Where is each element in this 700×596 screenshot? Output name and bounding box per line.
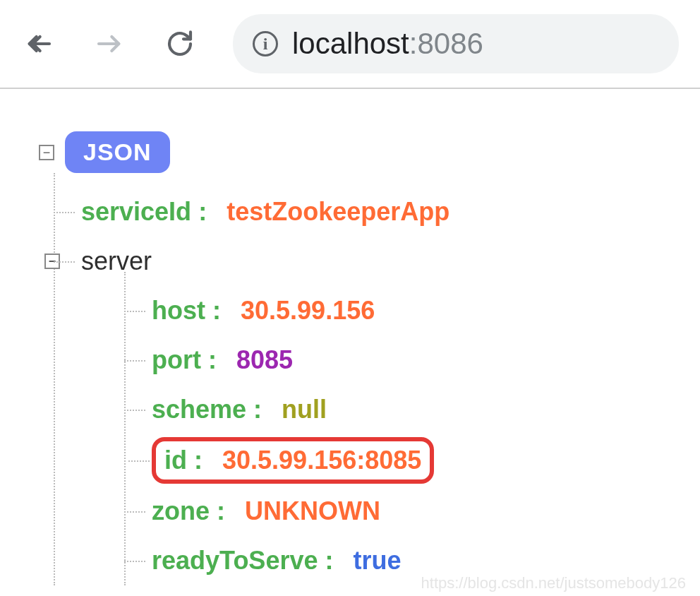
tree-level-2: host : 30.5.99.156 port : 8085 scheme : … xyxy=(152,286,679,585)
scheme-key: scheme : xyxy=(152,395,274,424)
port-row[interactable]: port : 8085 xyxy=(152,335,679,385)
arrow-right-icon xyxy=(95,30,123,58)
host-key: host : xyxy=(152,296,234,326)
port-key: port : xyxy=(152,345,229,375)
id-value: 30.5.99.156:8085 xyxy=(222,446,421,475)
id-row-highlighted[interactable]: id : 30.5.99.156:8085 xyxy=(152,437,434,484)
address-bar[interactable]: i localhost:8086 xyxy=(233,14,679,73)
collapse-server-button[interactable]: − xyxy=(44,254,60,269)
arrow-left-icon xyxy=(25,30,53,58)
reload-icon xyxy=(166,30,194,58)
server-key: server xyxy=(81,246,152,276)
server-row[interactable]: − server xyxy=(81,237,679,286)
scheme-value: null xyxy=(282,395,327,424)
collapse-root-button[interactable]: − xyxy=(39,145,54,160)
readytoserve-value: true xyxy=(353,546,401,576)
json-root-badge: JSON xyxy=(65,131,170,173)
port-value: 8085 xyxy=(236,345,293,375)
serviceid-value: testZookeeperApp xyxy=(227,197,449,227)
host-value: 30.5.99.156 xyxy=(241,296,375,326)
reload-button[interactable] xyxy=(162,26,198,61)
forward-button[interactable] xyxy=(92,26,127,61)
scheme-row[interactable]: scheme : null xyxy=(152,385,679,434)
serviceid-row[interactable]: serviceId : testZookeeperApp xyxy=(81,187,679,237)
host-row[interactable]: host : 30.5.99.156 xyxy=(152,286,679,335)
zone-key: zone : xyxy=(152,496,238,526)
tree-root: − JSON xyxy=(39,131,679,173)
zone-value: UNKNOWN xyxy=(245,496,380,526)
json-viewer-content: − JSON serviceId : testZookeeperApp − se… xyxy=(0,89,700,596)
info-icon[interactable]: i xyxy=(253,31,278,56)
back-button[interactable] xyxy=(21,26,56,61)
readytoserve-key: readyToServe : xyxy=(152,546,346,576)
tree-level-1: serviceId : testZookeeperApp − server ho… xyxy=(81,187,679,585)
id-key: id : xyxy=(164,446,215,475)
watermark-text: https://blog.csdn.net/justsomebody126 xyxy=(421,574,686,592)
url-text: localhost:8086 xyxy=(292,27,483,61)
zone-row[interactable]: zone : UNKNOWN xyxy=(152,487,679,536)
browser-toolbar: i localhost:8086 xyxy=(0,0,700,89)
serviceid-key: serviceId : xyxy=(81,197,219,227)
